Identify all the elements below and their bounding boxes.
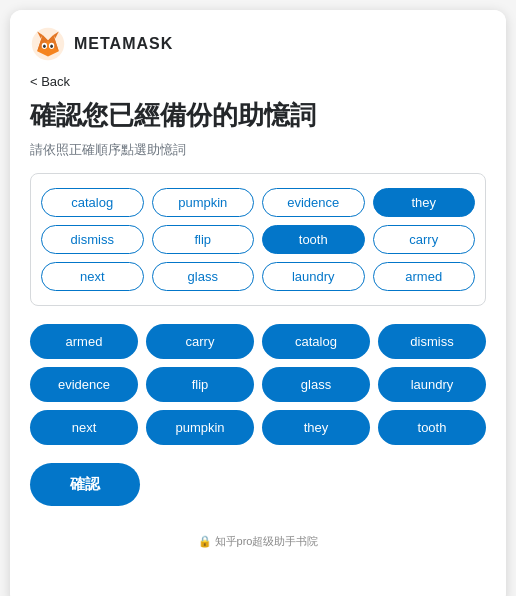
word-pool-grid: catalogpumpkinevidencetheydismissfliptoo… <box>41 188 475 291</box>
selected-chip-they[interactable]: they <box>262 410 370 445</box>
page-title: 確認您已經備份的助憶詞 <box>30 99 486 133</box>
word-pool-chip-they[interactable]: they <box>373 188 476 217</box>
metamask-title: METAMASK <box>74 35 173 53</box>
word-pool-chip-tooth[interactable]: tooth <box>262 225 365 254</box>
svg-point-9 <box>50 44 53 48</box>
word-pool-chip-next[interactable]: next <box>41 262 144 291</box>
watermark-text: 🔒 知乎pro超级助手书院 <box>198 535 319 547</box>
selected-chip-dismiss[interactable]: dismiss <box>378 324 486 359</box>
subtitle: 請依照正確順序點選助憶詞 <box>30 141 486 159</box>
back-link[interactable]: < Back <box>30 74 70 89</box>
confirm-button[interactable]: 確認 <box>30 463 140 506</box>
word-pool-chip-carry[interactable]: carry <box>373 225 476 254</box>
word-pool: catalogpumpkinevidencetheydismissfliptoo… <box>30 173 486 306</box>
word-pool-chip-dismiss[interactable]: dismiss <box>41 225 144 254</box>
selected-chip-evidence[interactable]: evidence <box>30 367 138 402</box>
selected-chip-next[interactable]: next <box>30 410 138 445</box>
watermark: 🔒 知乎pro超级助手书院 <box>10 526 506 553</box>
fox-icon <box>30 26 66 62</box>
header: METAMASK <box>10 10 506 72</box>
word-pool-chip-evidence[interactable]: evidence <box>262 188 365 217</box>
selected-chip-tooth[interactable]: tooth <box>378 410 486 445</box>
word-pool-chip-pumpkin[interactable]: pumpkin <box>152 188 255 217</box>
word-pool-chip-laundry[interactable]: laundry <box>262 262 365 291</box>
svg-point-8 <box>43 44 46 48</box>
word-pool-chip-armed[interactable]: armed <box>373 262 476 291</box>
word-pool-chip-catalog[interactable]: catalog <box>41 188 144 217</box>
selected-chip-glass[interactable]: glass <box>262 367 370 402</box>
selected-chip-flip[interactable]: flip <box>146 367 254 402</box>
metamask-logo: METAMASK <box>30 26 173 62</box>
selected-chip-laundry[interactable]: laundry <box>378 367 486 402</box>
selected-area: armedcarrycatalogdismissevidenceflipglas… <box>30 324 486 445</box>
content: < Back 確認您已經備份的助憶詞 請依照正確順序點選助憶詞 catalogp… <box>10 72 506 526</box>
selected-chip-armed[interactable]: armed <box>30 324 138 359</box>
word-pool-chip-flip[interactable]: flip <box>152 225 255 254</box>
word-pool-chip-glass[interactable]: glass <box>152 262 255 291</box>
selected-chip-carry[interactable]: carry <box>146 324 254 359</box>
selected-chip-catalog[interactable]: catalog <box>262 324 370 359</box>
phone-frame: METAMASK < Back 確認您已經備份的助憶詞 請依照正確順序點選助憶詞… <box>10 10 506 596</box>
selected-chip-pumpkin[interactable]: pumpkin <box>146 410 254 445</box>
